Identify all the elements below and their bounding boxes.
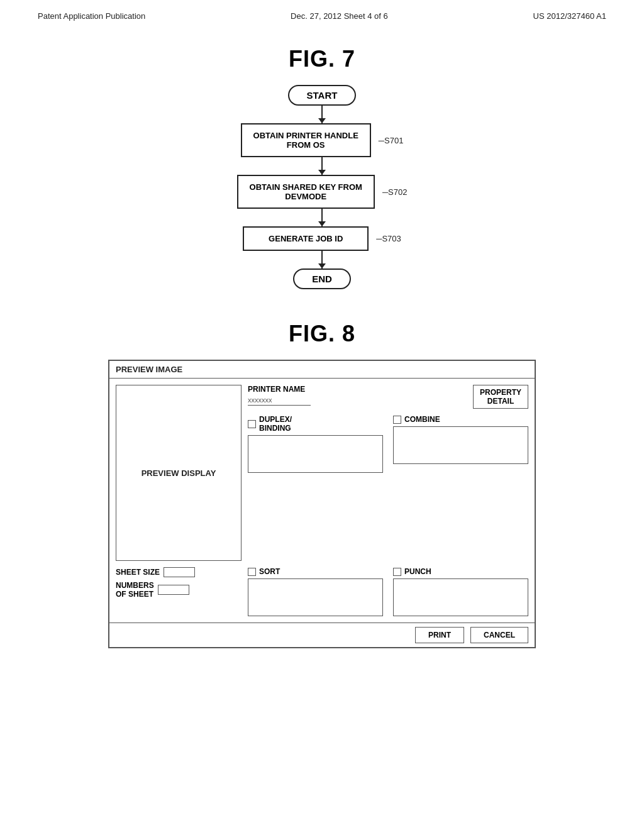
combine-group: COMBINE bbox=[393, 415, 528, 464]
printer-row: PRINTER NAME xxxxxxx PROPERTY DETAIL bbox=[248, 385, 528, 409]
duplex-group: DUPLEX/BINDING bbox=[248, 415, 383, 473]
end-row: END bbox=[293, 268, 351, 289]
sheet-size-input[interactable] bbox=[164, 567, 195, 577]
punch-checkbox[interactable] bbox=[393, 568, 401, 576]
start-node: START bbox=[288, 85, 357, 106]
flowchart: START OBTAIN PRINTER HANDLEFROM OS ─S701… bbox=[38, 85, 606, 289]
controls-area: PRINTER NAME xxxxxxx PROPERTY DETAIL DU bbox=[248, 385, 528, 561]
header-left: Patent Application Publication bbox=[38, 11, 145, 21]
sort-punch-area: SORT PUNCH bbox=[248, 567, 528, 616]
s701-label: ─S701 bbox=[379, 136, 404, 145]
s701-row: OBTAIN PRINTER HANDLEFROM OS ─S701 bbox=[241, 123, 404, 157]
sheet-size-label: SHEET SIZE bbox=[116, 568, 160, 577]
header-right: US 2012/327460 A1 bbox=[533, 11, 606, 21]
sort-header: SORT bbox=[248, 567, 383, 576]
duplex-combine-row: DUPLEX/BINDING COMBINE bbox=[248, 415, 528, 473]
page-header: Patent Application Publication Dec. 27, … bbox=[0, 0, 644, 27]
punch-header: PUNCH bbox=[393, 567, 528, 576]
fig8-section: FIG. 8 PREVIEW IMAGE PREVIEW DISPLAY PRI… bbox=[0, 314, 644, 673]
combine-checkbox[interactable] bbox=[393, 416, 401, 424]
arrow-1 bbox=[321, 106, 323, 123]
s703-node: GENERATE JOB ID bbox=[243, 226, 369, 251]
property-line2: DETAIL bbox=[480, 397, 521, 406]
numbers-of-sheet-label: NUMBERSOF SHEET bbox=[116, 581, 154, 599]
sheet-info: SHEET SIZE NUMBERSOF SHEET bbox=[116, 567, 242, 599]
preview-display-area: PREVIEW DISPLAY bbox=[116, 385, 242, 561]
punch-group: PUNCH bbox=[393, 567, 528, 616]
dialog-titlebar: PREVIEW IMAGE bbox=[109, 361, 535, 379]
duplex-sub-box bbox=[248, 435, 383, 473]
sort-sub-box bbox=[248, 578, 383, 616]
s701-node: OBTAIN PRINTER HANDLEFROM OS bbox=[241, 123, 371, 157]
s702-label: ─S702 bbox=[382, 187, 408, 197]
s702-node: OBTAIN SHARED KEY FROMDEVMODE bbox=[237, 175, 375, 209]
property-line1: PROPERTY bbox=[480, 388, 521, 397]
printer-name-label: PRINTER NAME bbox=[248, 385, 311, 394]
fig7-title: FIG. 7 bbox=[38, 46, 606, 72]
sort-label: SORT bbox=[259, 567, 280, 576]
fig7-section: FIG. 7 START OBTAIN PRINTER HANDLEFROM O… bbox=[0, 27, 644, 314]
combine-header: COMBINE bbox=[393, 415, 528, 424]
sort-checkbox[interactable] bbox=[248, 568, 256, 576]
sheet-size-row: SHEET SIZE bbox=[116, 567, 242, 577]
punch-sub-box bbox=[393, 578, 528, 616]
header-center: Dec. 27, 2012 Sheet 4 of 6 bbox=[291, 11, 388, 21]
s702-row: OBTAIN SHARED KEY FROMDEVMODE ─S702 bbox=[237, 175, 408, 209]
punch-label: PUNCH bbox=[404, 567, 431, 576]
fig8-title: FIG. 8 bbox=[38, 321, 606, 347]
duplex-label: DUPLEX/BINDING bbox=[259, 415, 292, 433]
numbers-of-sheet-row: NUMBERSOF SHEET bbox=[116, 581, 242, 599]
sheet-info-area: SHEET SIZE NUMBERSOF SHEET bbox=[116, 567, 242, 616]
duplex-checkbox[interactable] bbox=[248, 420, 256, 428]
sort-group: SORT bbox=[248, 567, 383, 616]
s703-label: ─S703 bbox=[376, 234, 401, 243]
dialog-lower: SHEET SIZE NUMBERSOF SHEET SORT bbox=[109, 567, 535, 622]
combine-label: COMBINE bbox=[404, 415, 440, 424]
dialog-footer: PRINT CANCEL bbox=[109, 622, 535, 647]
duplex-header: DUPLEX/BINDING bbox=[248, 415, 383, 433]
arrow-3 bbox=[321, 209, 323, 226]
s703-row: GENERATE JOB ID ─S703 bbox=[243, 226, 401, 251]
printer-name-value: xxxxxxx bbox=[248, 396, 311, 406]
arrow-4 bbox=[321, 251, 323, 268]
property-detail-button[interactable]: PROPERTY DETAIL bbox=[473, 385, 528, 409]
print-button[interactable]: PRINT bbox=[415, 627, 464, 643]
cancel-button[interactable]: CANCEL bbox=[470, 627, 528, 643]
preview-display-label: PREVIEW DISPLAY bbox=[142, 468, 216, 478]
sort-punch-row: SORT PUNCH bbox=[248, 567, 528, 616]
preview-image-dialog: PREVIEW IMAGE PREVIEW DISPLAY PRINTER NA… bbox=[108, 360, 536, 648]
numbers-of-sheet-input[interactable] bbox=[158, 585, 189, 595]
arrow-2 bbox=[321, 157, 323, 175]
combine-sub-box bbox=[393, 426, 528, 464]
start-row: START bbox=[288, 85, 357, 106]
end-node: END bbox=[293, 268, 351, 289]
printer-name-group: PRINTER NAME xxxxxxx bbox=[248, 385, 311, 406]
dialog-body: PREVIEW DISPLAY PRINTER NAME xxxxxxx PRO… bbox=[109, 379, 535, 567]
